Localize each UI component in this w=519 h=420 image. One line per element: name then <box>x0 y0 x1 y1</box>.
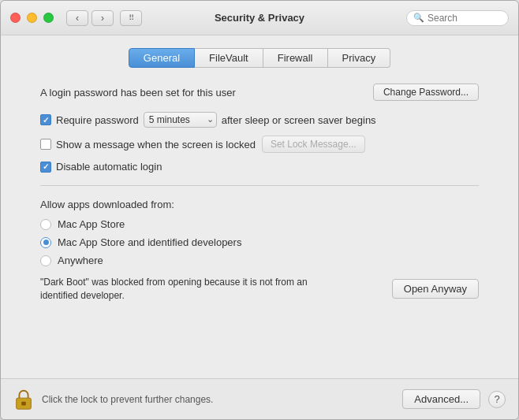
radio-mac-app-store-identified-row: Mac App Store and identified developers <box>40 236 479 248</box>
password-timing-dropdown[interactable]: immediately 5 seconds 1 minute 5 minutes… <box>144 112 217 128</box>
open-anyway-button[interactable]: Open Anyway <box>392 279 479 299</box>
login-text: A login password has been set for this u… <box>40 87 236 98</box>
show-message-checkbox[interactable] <box>40 139 51 150</box>
tab-general[interactable]: General <box>129 48 195 68</box>
disable-auto-login-row: Disable automatic login <box>40 161 479 173</box>
require-password-row: Require password immediately 5 seconds 1… <box>40 112 479 128</box>
show-message-row: Show a message when the screen is locked… <box>40 136 479 153</box>
tab-firewall[interactable]: Firewall <box>263 48 328 68</box>
titlebar: ‹ › ⠿ Security & Privacy 🔍 <box>1 1 518 35</box>
advanced-button[interactable]: Advanced... <box>402 389 480 409</box>
tab-filevault[interactable]: FileVault <box>195 48 263 68</box>
require-password-label: Require password <box>56 114 139 126</box>
window: ‹ › ⠿ Security & Privacy 🔍 General FileV… <box>0 0 519 420</box>
disable-auto-login-label: Disable automatic login <box>56 161 162 173</box>
radio-anywhere[interactable] <box>40 255 51 266</box>
traffic-lights <box>10 13 54 23</box>
radio-mac-app-store-row: Mac App Store <box>40 218 479 230</box>
change-password-button[interactable]: Change Password... <box>373 84 479 101</box>
grid-button[interactable]: ⠿ <box>120 10 142 26</box>
maximize-button[interactable] <box>43 13 54 23</box>
show-message-label: Show a message when the screen is locked <box>56 139 256 151</box>
allow-apps-section: Allow apps downloaded from: Mac App Stor… <box>40 199 479 266</box>
require-password-checkbox[interactable] <box>40 114 51 125</box>
search-input[interactable] <box>428 13 498 24</box>
search-bar[interactable]: 🔍 <box>406 10 509 26</box>
radio-anywhere-row: Anywhere <box>40 255 479 266</box>
lock-icon <box>13 388 34 411</box>
blocked-text: "Dark Boot" was blocked from opening bec… <box>40 276 308 303</box>
back-button[interactable]: ‹ <box>66 10 88 26</box>
forward-button[interactable]: › <box>91 10 114 26</box>
help-button[interactable]: ? <box>488 391 506 408</box>
divider <box>40 185 479 186</box>
nav-buttons: ‹ › <box>66 10 114 26</box>
minimize-button[interactable] <box>27 13 37 23</box>
search-icon: 🔍 <box>413 13 424 23</box>
svg-rect-1 <box>21 401 26 405</box>
radio-mac-app-store-label: Mac App Store <box>58 218 125 230</box>
blocked-row: "Dark Boot" was blocked from opening bec… <box>40 276 479 303</box>
main-section: A login password has been set for this u… <box>17 84 502 378</box>
tabs-bar: General FileVault Firewall Privacy <box>17 48 502 68</box>
tab-privacy[interactable]: Privacy <box>328 48 391 68</box>
password-timing-select[interactable]: immediately 5 seconds 1 minute 5 minutes… <box>144 112 217 128</box>
bottom-bar: Click the lock to prevent further change… <box>1 378 518 419</box>
login-row: A login password has been set for this u… <box>40 84 479 101</box>
radio-mac-app-store[interactable] <box>40 219 51 230</box>
lock-text: Click the lock to prevent further change… <box>42 394 402 405</box>
close-button[interactable] <box>10 13 21 23</box>
disable-auto-login-checkbox[interactable] <box>40 162 51 173</box>
allow-apps-title: Allow apps downloaded from: <box>40 199 479 210</box>
radio-mac-app-store-identified-label: Mac App Store and identified developers <box>58 236 241 248</box>
radio-anywhere-label: Anywhere <box>58 255 103 266</box>
radio-mac-app-store-identified[interactable] <box>40 237 51 248</box>
after-sleep-label: after sleep or screen saver begins <box>222 114 376 126</box>
content-area: General FileVault Firewall Privacy A log… <box>1 35 518 378</box>
set-lock-message-button[interactable]: Set Lock Message... <box>262 136 365 153</box>
window-title: Security & Privacy <box>215 12 304 24</box>
